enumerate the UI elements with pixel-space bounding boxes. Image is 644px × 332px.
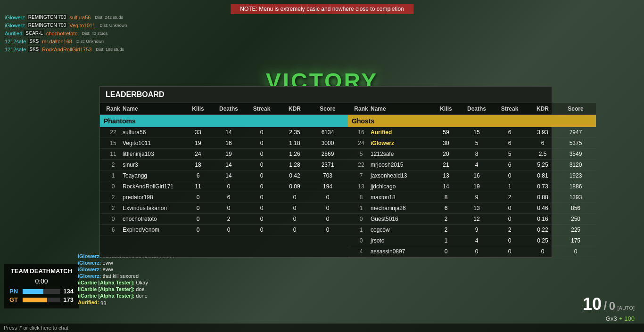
table-row: 1 Teayangg 6 14 0 0.42 703 [100, 170, 348, 181]
phantoms-header: Rank Name Kills Deaths Streak KDR Score [100, 103, 348, 115]
leaderboard-content: Rank Name Kills Deaths Streak KDR Score … [100, 103, 552, 257]
ammo-plus: + 100 [619, 315, 635, 322]
table-row: 15 Vegito1011 19 16 0 1.18 3000 [100, 138, 348, 149]
col-kills-p: Kills [184, 105, 212, 112]
ammo-reserve: 0 [609, 300, 615, 312]
chat-hint[interactable]: Press '/' or click here to chat [0, 324, 644, 332]
table-row: 4 assassin0897 0 0 0 0 0 [348, 246, 596, 257]
col-streak-g: Streak [493, 105, 526, 112]
ghosts-header: Rank Name Kills Deaths Streak KDR Score [348, 103, 596, 115]
leaderboard-title: LEADERBOARD [100, 87, 552, 103]
chat-line: iGlowerz: eww [78, 260, 174, 266]
chat-area: iGlowerz: nonobohoomnoomnxcbnnnnnniGlowe… [78, 253, 174, 306]
col-kdr-p: KDR [278, 105, 311, 112]
col-score-p: Score [311, 105, 344, 112]
kill-feed-item: Aurified SCAR-L chochotretotoDist: 43 st… [5, 30, 127, 36]
col-name-g: Name [371, 105, 432, 112]
tdm-panel: TEAM DEATHMATCH 0:00 PN 134 GT 173 [4, 264, 79, 308]
table-row: 1 cogcow 2 9 2 0.22 225 [348, 225, 596, 235]
table-row: 13 jjdchicago 14 19 1 0.73 1886 [348, 181, 596, 192]
chat-line: Aurified: gg [78, 300, 174, 305]
col-rank-p: Rank [104, 105, 123, 112]
col-kdr-g: KDR [526, 105, 559, 112]
table-row: 6 ExpiredVenom 0 0 0 0 0 [100, 225, 348, 235]
tdm-label-gt: GT [9, 296, 20, 303]
tdm-bar-fill-pn [23, 289, 43, 294]
phantoms-team: Rank Name Kills Deaths Streak KDR Score … [100, 103, 348, 257]
weapon-hud: 10 / 0 [AUTO] Gx3 + 100 [583, 294, 635, 323]
tdm-score-gt: 173 [63, 296, 74, 303]
chat-line: iiCarbie [Alpha Tester]: Okay [78, 280, 174, 285]
col-score-g: Score [559, 105, 592, 112]
kill-feed-item: iGlowerz REMINGTON 700 sulfura56Dist: 24… [5, 14, 127, 20]
table-row: 22 sulfura56 33 14 0 2.35 6134 [100, 127, 348, 138]
table-row: 1 mechaninja26 6 13 0 0.46 856 [348, 203, 596, 214]
table-row: 22 mrjoosh2015 21 4 6 5.25 3120 [348, 160, 596, 170]
ghosts-rows: 16 Aurified 59 15 6 3.93 7947 24 iGlower… [348, 127, 596, 257]
col-streak-p: Streak [245, 105, 278, 112]
tdm-score-pn: 134 [63, 288, 74, 295]
weapon-name: Gx3 [606, 315, 617, 322]
col-name-p: Name [123, 105, 184, 112]
tdm-timer: 0:00 [9, 277, 74, 285]
col-deaths-p: Deaths [212, 105, 245, 112]
table-row: 8 maxton18 8 9 2 0.88 1393 [348, 192, 596, 203]
table-row: 24 iGlowerz 30 5 6 6 5375 [348, 138, 596, 149]
table-row: 7 jaxsonheald13 13 16 0 0.81 1923 [348, 170, 596, 181]
chat-line: iGlowerz: that kill suxored [78, 273, 174, 279]
ammo-current: 10 [583, 294, 602, 314]
ghosts-team: Rank Name Kills Deaths Streak KDR Score … [348, 103, 596, 257]
table-row: 2 sinur3 18 14 0 1.28 2371 [100, 160, 348, 170]
table-row: 2 predator198 0 6 0 0 0 [100, 192, 348, 203]
table-row: 2 ExviridusTakanori 0 0 0 0 0 [100, 203, 348, 214]
kill-feed-item: 1212safe SKS mr.dalton168Dist: Unknown [5, 38, 127, 44]
leaderboard: LEADERBOARD Rank Name Kills Deaths Strea… [99, 86, 552, 258]
tdm-team-pn: PN 134 [9, 288, 74, 295]
tdm-title: TEAM DEATHMATCH [9, 267, 74, 275]
ammo-divider: / [604, 300, 607, 312]
chat-line: iGlowerz: eww [78, 267, 174, 272]
tdm-label-pn: PN [9, 288, 20, 295]
phantoms-name-row: Phantoms [100, 115, 348, 127]
phantoms-rows: 22 sulfura56 33 14 0 2.35 6134 15 Vegito… [100, 127, 348, 235]
tdm-team-gt: GT 173 [9, 296, 74, 303]
ammo-display: 10 / 0 [AUTO] [583, 294, 635, 314]
kill-feed-item: iGlowerz REMINGTON 700 Vegito1011Dist: U… [5, 22, 127, 28]
col-rank-g: Rank [352, 105, 371, 112]
ghosts-name-row: Ghosts [348, 115, 596, 127]
table-row: 0 chochotretoto 0 2 0 0 0 [100, 214, 348, 225]
table-row: 16 Aurified 59 15 6 3.93 7947 [348, 127, 596, 138]
table-row: 5 1212safe 20 8 5 2.5 3549 [348, 149, 596, 160]
table-row: 0 RockAndRollGirl171 11 0 0 0.09 194 [100, 181, 348, 192]
table-row: 0 jrsoto 1 4 0 0.25 175 [348, 235, 596, 246]
chat-line: iiCarbie [Alpha Tester]: doe [78, 286, 174, 292]
table-row: 11 littleninja103 24 19 0 1.26 2869 [100, 149, 348, 160]
kill-feed: iGlowerz REMINGTON 700 sulfura56Dist: 24… [5, 14, 127, 54]
tdm-bar-gt [23, 298, 60, 302]
tdm-bar-pn [23, 289, 60, 294]
notification-text: NOTE: Menu is extremely basic and nowher… [240, 6, 404, 12]
ammo-auto-label: [AUTO] [618, 305, 635, 311]
table-row: 0 Guest5016 2 12 0 0.16 250 [348, 214, 596, 225]
tdm-bar-fill-gt [23, 298, 47, 302]
chat-hint-text: Press '/' or click here to chat [4, 325, 68, 331]
weapon-name-line: Gx3 + 100 [583, 314, 635, 323]
col-kills-g: Kills [432, 105, 460, 112]
col-deaths-g: Deaths [460, 105, 493, 112]
kill-feed-item: 1212safe SKS RockAndRollGirl1753Dist: 19… [5, 46, 127, 52]
chat-line: iiCarbie [Alpha Tester]: done [78, 293, 174, 299]
notification-bar: NOTE: Menu is extremely basic and nowher… [231, 4, 413, 14]
